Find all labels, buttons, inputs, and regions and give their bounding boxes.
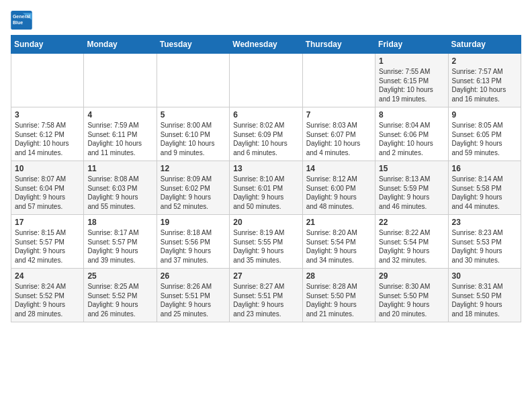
day-number: 20: [233, 218, 298, 227]
day-info: Sunrise: 7:57 AM Sunset: 6:13 PM Dayligh…: [452, 67, 517, 103]
day-number: 23: [452, 218, 517, 227]
day-info: Sunrise: 8:28 AM Sunset: 5:50 PM Dayligh…: [306, 282, 371, 318]
day-number: 10: [15, 164, 80, 173]
day-number: 22: [379, 218, 444, 227]
day-number: 17: [15, 218, 80, 227]
calendar-cell: [230, 54, 302, 107]
calendar-cell: 4Sunrise: 7:59 AM Sunset: 6:11 PM Daylig…: [84, 107, 157, 161]
calendar-cell: [11, 54, 84, 107]
day-number: 26: [161, 271, 226, 281]
calendar-cell: 7Sunrise: 8:03 AM Sunset: 6:07 PM Daylig…: [302, 107, 375, 161]
day-number: 13: [233, 164, 298, 173]
calendar-cell: 8Sunrise: 8:04 AM Sunset: 6:06 PM Daylig…: [375, 107, 448, 161]
calendar-cell: 16Sunrise: 8:14 AM Sunset: 5:58 PM Dayli…: [448, 161, 521, 215]
calendar-cell: 19Sunrise: 8:18 AM Sunset: 5:56 PM Dayli…: [157, 215, 229, 269]
day-number: 11: [87, 164, 152, 173]
day-number: 5: [161, 110, 226, 120]
calendar-cell: 23Sunrise: 8:23 AM Sunset: 5:53 PM Dayli…: [448, 215, 521, 269]
calendar-cell: 24Sunrise: 8:24 AM Sunset: 5:52 PM Dayli…: [11, 269, 84, 322]
calendar-cell: 11Sunrise: 8:08 AM Sunset: 6:03 PM Dayli…: [84, 161, 157, 215]
calendar-cell: 10Sunrise: 8:07 AM Sunset: 6:04 PM Dayli…: [11, 161, 84, 215]
day-info: Sunrise: 8:23 AM Sunset: 5:53 PM Dayligh…: [452, 228, 517, 265]
day-number: 4: [87, 110, 152, 120]
calendar-cell: 5Sunrise: 8:00 AM Sunset: 6:10 PM Daylig…: [157, 107, 229, 161]
day-info: Sunrise: 8:31 AM Sunset: 5:50 PM Dayligh…: [452, 282, 517, 318]
day-info: Sunrise: 7:58 AM Sunset: 6:12 PM Dayligh…: [15, 121, 80, 157]
day-info: Sunrise: 8:08 AM Sunset: 6:03 PM Dayligh…: [87, 175, 152, 211]
day-number: 9: [452, 110, 517, 120]
day-number: 3: [15, 110, 80, 120]
day-info: Sunrise: 8:02 AM Sunset: 6:09 PM Dayligh…: [233, 121, 298, 157]
day-info: Sunrise: 8:05 AM Sunset: 6:05 PM Dayligh…: [452, 121, 517, 157]
calendar-cell: 9Sunrise: 8:05 AM Sunset: 6:05 PM Daylig…: [448, 107, 521, 161]
calendar-cell: 20Sunrise: 8:19 AM Sunset: 5:55 PM Dayli…: [230, 215, 302, 269]
day-number: 1: [379, 56, 444, 66]
day-number: 6: [233, 110, 298, 120]
day-info: Sunrise: 7:59 AM Sunset: 6:11 PM Dayligh…: [87, 121, 152, 157]
day-number: 16: [452, 164, 517, 173]
day-number: 7: [306, 110, 371, 120]
weekday-header-saturday: Saturday: [448, 36, 521, 54]
day-number: 25: [87, 271, 152, 281]
calendar-cell: 13Sunrise: 8:10 AM Sunset: 6:01 PM Dayli…: [230, 161, 302, 215]
day-info: Sunrise: 8:07 AM Sunset: 6:04 PM Dayligh…: [15, 175, 80, 211]
day-info: Sunrise: 8:27 AM Sunset: 5:51 PM Dayligh…: [233, 282, 298, 318]
day-info: Sunrise: 8:04 AM Sunset: 6:06 PM Dayligh…: [379, 121, 444, 157]
day-number: 27: [233, 271, 298, 281]
day-info: Sunrise: 8:22 AM Sunset: 5:54 PM Dayligh…: [379, 228, 444, 265]
day-info: Sunrise: 8:26 AM Sunset: 5:51 PM Dayligh…: [161, 282, 226, 318]
calendar-cell: 26Sunrise: 8:26 AM Sunset: 5:51 PM Dayli…: [157, 269, 229, 322]
day-number: 19: [161, 218, 226, 227]
day-number: 15: [379, 164, 444, 173]
day-info: Sunrise: 8:03 AM Sunset: 6:07 PM Dayligh…: [306, 121, 371, 157]
day-number: 2: [452, 56, 517, 66]
day-info: Sunrise: 8:14 AM Sunset: 5:58 PM Dayligh…: [452, 175, 517, 211]
day-info: Sunrise: 8:15 AM Sunset: 5:57 PM Dayligh…: [15, 228, 80, 265]
calendar-cell: 30Sunrise: 8:31 AM Sunset: 5:50 PM Dayli…: [448, 269, 521, 322]
day-number: 30: [452, 271, 517, 281]
calendar-cell: 25Sunrise: 8:25 AM Sunset: 5:52 PM Dayli…: [84, 269, 157, 322]
day-number: 12: [161, 164, 226, 173]
calendar-cell: 18Sunrise: 8:17 AM Sunset: 5:57 PM Dayli…: [84, 215, 157, 269]
calendar-cell: 3Sunrise: 7:58 AM Sunset: 6:12 PM Daylig…: [11, 107, 84, 161]
day-info: Sunrise: 8:10 AM Sunset: 6:01 PM Dayligh…: [233, 175, 298, 211]
calendar-cell: 12Sunrise: 8:09 AM Sunset: 6:02 PM Dayli…: [157, 161, 229, 215]
weekday-header-monday: Monday: [84, 36, 157, 54]
calendar-cell: 22Sunrise: 8:22 AM Sunset: 5:54 PM Dayli…: [375, 215, 448, 269]
day-number: 24: [15, 271, 80, 281]
logo: General Blue: [11, 11, 32, 30]
logo-icon: General Blue: [11, 11, 32, 30]
weekday-header-tuesday: Tuesday: [157, 36, 229, 54]
day-info: Sunrise: 8:12 AM Sunset: 6:00 PM Dayligh…: [306, 175, 371, 211]
day-info: Sunrise: 8:00 AM Sunset: 6:10 PM Dayligh…: [161, 121, 226, 157]
day-info: Sunrise: 8:30 AM Sunset: 5:50 PM Dayligh…: [379, 282, 444, 318]
calendar-cell: 27Sunrise: 8:27 AM Sunset: 5:51 PM Dayli…: [230, 269, 302, 322]
day-info: Sunrise: 8:24 AM Sunset: 5:52 PM Dayligh…: [15, 282, 80, 318]
calendar-cell: 6Sunrise: 8:02 AM Sunset: 6:09 PM Daylig…: [230, 107, 302, 161]
day-info: Sunrise: 8:18 AM Sunset: 5:56 PM Dayligh…: [161, 228, 226, 265]
day-info: Sunrise: 8:19 AM Sunset: 5:55 PM Dayligh…: [233, 228, 298, 265]
day-number: 21: [306, 218, 371, 227]
calendar-cell: 1Sunrise: 7:55 AM Sunset: 6:15 PM Daylig…: [375, 54, 448, 107]
svg-text:General: General: [13, 14, 30, 19]
day-number: 8: [379, 110, 444, 120]
day-info: Sunrise: 8:25 AM Sunset: 5:52 PM Dayligh…: [87, 282, 152, 318]
calendar-cell: [302, 54, 375, 107]
day-number: 29: [379, 271, 444, 281]
calendar-cell: [84, 54, 157, 107]
calendar-cell: [157, 54, 229, 107]
day-number: 14: [306, 164, 371, 173]
page-header: General Blue: [11, 11, 521, 30]
calendar-cell: 15Sunrise: 8:13 AM Sunset: 5:59 PM Dayli…: [375, 161, 448, 215]
calendar-cell: 14Sunrise: 8:12 AM Sunset: 6:00 PM Dayli…: [302, 161, 375, 215]
day-info: Sunrise: 8:20 AM Sunset: 5:54 PM Dayligh…: [306, 228, 371, 265]
weekday-header-thursday: Thursday: [302, 36, 375, 54]
day-info: Sunrise: 7:55 AM Sunset: 6:15 PM Dayligh…: [379, 67, 444, 103]
weekday-header-wednesday: Wednesday: [230, 36, 302, 54]
calendar-table: SundayMondayTuesdayWednesdayThursdayFrid…: [11, 35, 521, 322]
svg-text:Blue: Blue: [13, 20, 23, 25]
day-info: Sunrise: 8:13 AM Sunset: 5:59 PM Dayligh…: [379, 175, 444, 211]
weekday-header-friday: Friday: [375, 36, 448, 54]
calendar-cell: 29Sunrise: 8:30 AM Sunset: 5:50 PM Dayli…: [375, 269, 448, 322]
calendar-cell: 17Sunrise: 8:15 AM Sunset: 5:57 PM Dayli…: [11, 215, 84, 269]
